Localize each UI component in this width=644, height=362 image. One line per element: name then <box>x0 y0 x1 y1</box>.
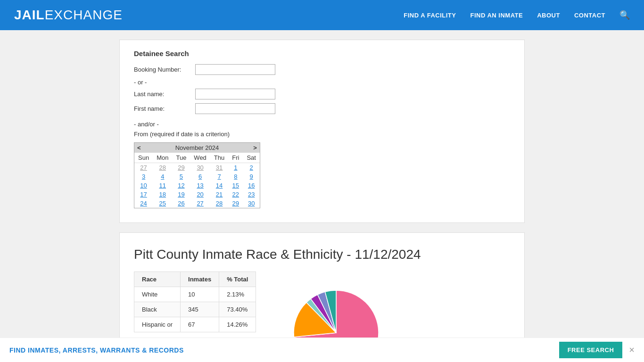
calendar-day-cell: 28 <box>210 199 228 208</box>
main-content: Detainee Search Booking Number: - or - L… <box>119 30 525 362</box>
calendar-day-cell: 2 <box>243 163 260 173</box>
calendar-day-link[interactable]: 12 <box>178 182 184 189</box>
stats-row: Black34573.40% <box>134 302 256 317</box>
calendar-day-cell: 28 <box>153 163 172 173</box>
calendar-day-link[interactable]: 8 <box>234 173 237 180</box>
search-icon[interactable]: 🔍 <box>619 10 630 20</box>
calendar-day-cell: 27 <box>134 163 153 173</box>
calendar-day-cell: 3 <box>134 172 153 181</box>
calendar-day-header: Thu <box>210 153 228 163</box>
stats-cell: 14.26% <box>219 317 256 332</box>
calendar-month-year: November 2024 <box>175 144 219 151</box>
calendar-day-link[interactable]: 26 <box>178 200 184 207</box>
calendar-day-cell: 13 <box>190 181 210 190</box>
free-search-button[interactable]: FREE SEARCH <box>559 342 623 358</box>
calendar-day-link[interactable]: 5 <box>180 173 183 180</box>
calendar-day-link[interactable]: 23 <box>248 191 255 198</box>
calendar-day-link[interactable]: 15 <box>232 182 239 189</box>
stats-cell: 67 <box>181 317 219 332</box>
calendar-day-cell: 12 <box>172 181 190 190</box>
nav-about[interactable]: ABOUT <box>537 12 560 19</box>
calendar-day-cell: 5 <box>172 172 190 181</box>
calendar-day-link[interactable]: 30 <box>197 164 203 171</box>
calendar-day-link[interactable]: 20 <box>197 191 203 198</box>
calendar-day-link[interactable]: 29 <box>232 200 239 207</box>
calendar-day-cell: 29 <box>172 163 190 173</box>
calendar-grid: SunMonTueWedThuFriSat 272829303112345678… <box>134 153 260 208</box>
calendar-day-cell: 14 <box>210 181 228 190</box>
calendar-day-header: Tue <box>172 153 190 163</box>
stats-row: White102.13% <box>134 287 256 302</box>
bottom-bar-right: FREE SEARCH × <box>559 342 635 358</box>
stats-row: Hispanic or6714.26% <box>134 317 256 332</box>
calendar-day-link[interactable]: 10 <box>140 182 147 189</box>
calendar-day-link[interactable]: 6 <box>198 173 202 180</box>
calendar-day-link[interactable]: 27 <box>140 164 147 171</box>
calendar-day-cell: 18 <box>153 190 172 199</box>
calendar-prev[interactable]: < <box>137 144 141 151</box>
calendar-day-header: Mon <box>153 153 172 163</box>
nav-contact[interactable]: CONTACT <box>574 12 605 19</box>
calendar-day-link[interactable]: 21 <box>216 191 223 198</box>
stats-column-header: Race <box>134 272 181 287</box>
calendar-day-link[interactable]: 24 <box>140 200 147 207</box>
stats-cell: Hispanic or <box>134 317 181 332</box>
calendar-day-link[interactable]: 17 <box>140 191 147 198</box>
or-separator: - or - <box>134 79 510 86</box>
calendar-day-link[interactable]: 19 <box>178 191 184 198</box>
calendar-day-link[interactable]: 11 <box>159 182 166 189</box>
stats-cell: 10 <box>181 287 219 302</box>
calendar-day-link[interactable]: 30 <box>248 200 255 207</box>
nav-find-facility[interactable]: FIND A FACILITY <box>404 12 456 19</box>
calendar-day-link[interactable]: 13 <box>197 182 203 189</box>
nav: FIND A FACILITY FIND AN INMATE ABOUT CON… <box>404 10 630 20</box>
calendar-week-row: 17181920212223 <box>134 190 260 199</box>
calendar-day-link[interactable]: 27 <box>197 200 203 207</box>
calendar-day-link[interactable]: 2 <box>250 164 253 171</box>
calendar-week-row: 24252627282930 <box>134 199 260 208</box>
calendar-day-link[interactable]: 31 <box>216 164 223 171</box>
calendar-day-header: Sun <box>134 153 153 163</box>
calendar-next[interactable]: > <box>253 144 257 151</box>
stats-cell: 2.13% <box>219 287 256 302</box>
booking-number-input[interactable] <box>195 64 275 75</box>
calendar-day-cell: 25 <box>153 199 172 208</box>
calendar-header: < November 2024 > <box>134 143 260 153</box>
close-bottom-bar-button[interactable]: × <box>629 345 635 355</box>
calendar-day-link[interactable]: 28 <box>159 164 166 171</box>
calendar-day-link[interactable]: 4 <box>161 173 164 180</box>
calendar-day-link[interactable]: 1 <box>234 164 237 171</box>
first-name-label: First name: <box>134 105 195 112</box>
calendar-day-link[interactable]: 9 <box>250 173 253 180</box>
calendar-day-link[interactable]: 29 <box>178 164 184 171</box>
logo[interactable]: JAILEXCHANGE <box>14 8 123 23</box>
calendar-day-cell: 17 <box>134 190 153 199</box>
calendar-day-cell: 30 <box>243 199 260 208</box>
calendar-day-cell: 20 <box>190 190 210 199</box>
first-name-input[interactable] <box>195 103 275 114</box>
booking-number-label: Booking Number: <box>134 66 195 73</box>
bottom-bar: FIND INMATES, ARRESTS, WARRANTS & RECORD… <box>0 337 644 362</box>
calendar-day-cell: 11 <box>153 181 172 190</box>
calendar-day-cell: 7 <box>210 172 228 181</box>
calendar-day-link[interactable]: 3 <box>142 173 145 180</box>
header: JAILEXCHANGE FIND A FACILITY FIND AN INM… <box>0 0 644 30</box>
calendar-day-header: Wed <box>190 153 210 163</box>
calendar-day-link[interactable]: 16 <box>248 182 255 189</box>
calendar-day-link[interactable]: 22 <box>232 191 239 198</box>
calendar-week-row: 272829303112 <box>134 163 260 173</box>
calendar-week-row: 10111213141516 <box>134 181 260 190</box>
stats-cell: Black <box>134 302 181 317</box>
calendar-day-link[interactable]: 7 <box>217 173 221 180</box>
nav-find-inmate[interactable]: FIND AN INMATE <box>470 12 523 19</box>
calendar-day-header: Fri <box>228 153 243 163</box>
calendar-day-link[interactable]: 18 <box>159 191 166 198</box>
calendar-day-link[interactable]: 28 <box>216 200 223 207</box>
calendar-day-link[interactable]: 25 <box>159 200 166 207</box>
last-name-input[interactable] <box>195 89 275 99</box>
calendar-day-cell: 27 <box>190 199 210 208</box>
calendar-day-cell: 23 <box>243 190 260 199</box>
calendar-day-cell: 24 <box>134 199 153 208</box>
calendar-day-link[interactable]: 14 <box>216 182 223 189</box>
calendar-day-cell: 16 <box>243 181 260 190</box>
